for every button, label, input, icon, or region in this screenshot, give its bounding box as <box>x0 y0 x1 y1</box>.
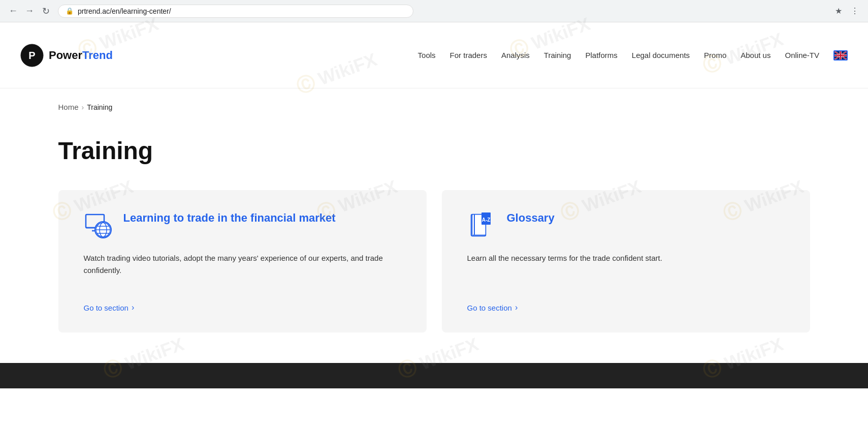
site-header: P PowerTrend Tools For traders Analysis … <box>0 22 868 88</box>
svg-text:P: P <box>28 50 35 61</box>
learning-card-title: Learning to trade in the financial marke… <box>123 210 336 226</box>
glossary-card-link[interactable]: Go to section › <box>467 303 785 312</box>
nav-buttons: ← → ↻ <box>6 4 53 18</box>
browser-actions: ★ ⋮ <box>831 4 862 18</box>
forward-button[interactable]: → <box>22 4 37 18</box>
glossary-card-header: A-Z Glossary <box>467 210 785 241</box>
breadcrumb-home[interactable]: Home <box>58 103 79 111</box>
glossary-card-icon: A-Z <box>467 210 498 241</box>
reload-button[interactable]: ↻ <box>39 4 53 18</box>
logo-link[interactable]: P PowerTrend <box>20 44 113 67</box>
glossary-card-arrow-icon: › <box>515 303 518 312</box>
address-bar[interactable]: 🔒 <box>58 5 413 18</box>
nav-legal-documents[interactable]: Legal documents <box>632 51 690 59</box>
cards-grid: Learning to trade in the financial marke… <box>58 190 810 363</box>
main-content: Home › Training Training <box>28 88 841 363</box>
svg-text:A-Z: A-Z <box>481 217 490 223</box>
nav-online-tv[interactable]: Online-TV <box>785 51 819 59</box>
glossary-card: A-Z Glossary Learn all the necessary ter… <box>442 190 810 332</box>
lock-icon: 🔒 <box>66 7 74 15</box>
nav-training[interactable]: Training <box>544 51 571 59</box>
learning-card-arrow-icon: › <box>132 303 134 312</box>
url-input[interactable] <box>78 7 406 15</box>
learning-card-link-label: Go to section <box>84 303 128 312</box>
nav-analysis[interactable]: Analysis <box>501 51 530 59</box>
nav-promo[interactable]: Promo <box>704 51 726 59</box>
back-button[interactable]: ← <box>6 4 20 18</box>
language-selector[interactable] <box>833 50 848 60</box>
learning-card-link[interactable]: Go to section › <box>84 303 401 312</box>
glossary-card-title: Glossary <box>507 210 555 226</box>
breadcrumb: Home › Training <box>58 88 810 121</box>
bookmark-button[interactable]: ★ <box>831 4 846 18</box>
nav-tools[interactable]: Tools <box>418 51 436 59</box>
glossary-card-link-label: Go to section <box>467 303 512 312</box>
learning-card-icon <box>84 210 114 241</box>
nav-about-us[interactable]: About us <box>741 51 770 59</box>
breadcrumb-current: Training <box>87 103 112 111</box>
learning-card: Learning to trade in the financial marke… <box>58 190 427 332</box>
page-title: Training <box>58 137 810 165</box>
footer-bar <box>0 363 868 388</box>
logo-icon: P <box>20 44 44 67</box>
main-nav: Tools For traders Analysis Training Plat… <box>418 50 848 60</box>
breadcrumb-separator: › <box>82 103 84 111</box>
logo-text: PowerTrend <box>49 49 113 62</box>
learning-card-description: Watch trading video tutorials, adopt the… <box>84 252 401 288</box>
nav-platforms[interactable]: Platforms <box>585 51 617 59</box>
nav-for-traders[interactable]: For traders <box>450 51 487 59</box>
menu-button[interactable]: ⋮ <box>848 4 862 18</box>
browser-chrome: ← → ↻ 🔒 ★ ⋮ <box>0 0 868 22</box>
learning-card-header: Learning to trade in the financial marke… <box>84 210 401 241</box>
glossary-card-description: Learn all the necessary terms for the tr… <box>467 252 785 288</box>
